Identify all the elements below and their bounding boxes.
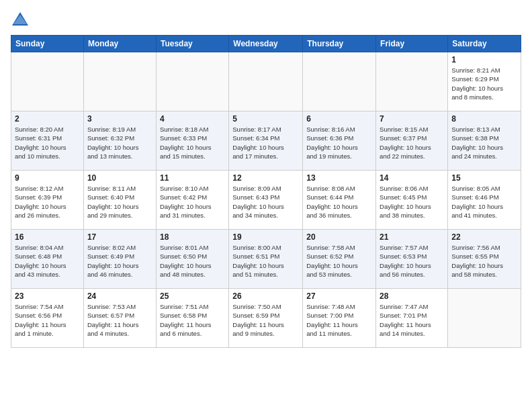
calendar-cell (303, 52, 376, 111)
calendar-cell: 5Sunrise: 8:17 AM Sunset: 6:34 PM Daylig… (229, 111, 303, 171)
calendar-cell: 27Sunrise: 7:48 AM Sunset: 7:00 PM Dayli… (303, 289, 376, 348)
weekday-header-monday: Monday (83, 36, 156, 52)
day-number: 1 (451, 55, 517, 64)
day-info: Sunrise: 8:18 AM Sunset: 6:33 PM Dayligh… (160, 125, 225, 161)
day-info: Sunrise: 7:48 AM Sunset: 7:00 PM Dayligh… (306, 302, 372, 338)
calendar-cell (229, 52, 303, 111)
day-info: Sunrise: 8:16 AM Sunset: 6:36 PM Dayligh… (306, 125, 372, 161)
day-info: Sunrise: 8:13 AM Sunset: 6:38 PM Dayligh… (451, 125, 517, 161)
day-number: 7 (380, 114, 444, 124)
day-number: 21 (380, 232, 444, 242)
calendar: SundayMondayTuesdayWednesdayThursdayFrid… (11, 35, 521, 348)
logo (11, 11, 32, 30)
calendar-cell: 4Sunrise: 8:18 AM Sunset: 6:33 PM Daylig… (156, 111, 228, 171)
calendar-cell (376, 52, 448, 111)
day-info: Sunrise: 8:08 AM Sunset: 6:44 PM Dayligh… (306, 184, 372, 220)
week-row-3: 16Sunrise: 8:04 AM Sunset: 6:48 PM Dayli… (11, 230, 521, 289)
calendar-cell: 18Sunrise: 8:01 AM Sunset: 6:50 PM Dayli… (156, 230, 228, 289)
calendar-cell (11, 52, 84, 111)
day-number: 20 (306, 232, 372, 242)
day-number: 5 (232, 114, 299, 124)
svg-marker-1 (13, 15, 27, 24)
day-number: 26 (232, 291, 299, 301)
day-info: Sunrise: 7:53 AM Sunset: 6:57 PM Dayligh… (87, 302, 152, 338)
calendar-cell (156, 52, 228, 111)
weekday-header-friday: Friday (376, 36, 448, 52)
week-row-0: 1Sunrise: 8:21 AM Sunset: 6:29 PM Daylig… (11, 52, 521, 111)
day-number: 17 (87, 232, 152, 242)
calendar-cell: 17Sunrise: 8:02 AM Sunset: 6:49 PM Dayli… (83, 230, 156, 289)
day-number: 22 (451, 232, 517, 242)
day-number: 24 (87, 291, 152, 301)
day-info: Sunrise: 8:11 AM Sunset: 6:40 PM Dayligh… (87, 184, 152, 220)
calendar-cell: 20Sunrise: 7:58 AM Sunset: 6:52 PM Dayli… (303, 230, 376, 289)
day-number: 13 (306, 173, 372, 183)
day-info: Sunrise: 8:01 AM Sunset: 6:50 PM Dayligh… (160, 243, 225, 279)
calendar-cell: 2Sunrise: 8:20 AM Sunset: 6:31 PM Daylig… (11, 111, 84, 171)
day-number: 11 (160, 173, 225, 183)
weekday-header-sunday: Sunday (11, 36, 84, 52)
calendar-cell: 7Sunrise: 8:15 AM Sunset: 6:37 PM Daylig… (376, 111, 448, 171)
day-info: Sunrise: 8:21 AM Sunset: 6:29 PM Dayligh… (451, 66, 517, 101)
day-number: 18 (160, 232, 225, 242)
day-number: 4 (160, 114, 225, 124)
day-info: Sunrise: 8:00 AM Sunset: 6:51 PM Dayligh… (232, 243, 299, 279)
day-number: 19 (232, 232, 299, 242)
day-number: 2 (15, 114, 80, 124)
day-info: Sunrise: 8:19 AM Sunset: 6:32 PM Dayligh… (87, 125, 152, 161)
calendar-cell: 11Sunrise: 8:10 AM Sunset: 6:42 PM Dayli… (156, 171, 228, 230)
calendar-cell (83, 52, 156, 111)
calendar-cell: 3Sunrise: 8:19 AM Sunset: 6:32 PM Daylig… (83, 111, 156, 171)
day-number: 14 (380, 173, 444, 183)
day-number: 16 (15, 232, 80, 242)
weekday-header-saturday: Saturday (448, 36, 521, 52)
day-number: 28 (380, 291, 444, 301)
day-info: Sunrise: 8:20 AM Sunset: 6:31 PM Dayligh… (15, 125, 80, 161)
calendar-cell: 12Sunrise: 8:09 AM Sunset: 6:43 PM Dayli… (229, 171, 303, 230)
day-info: Sunrise: 7:58 AM Sunset: 6:52 PM Dayligh… (306, 243, 372, 279)
calendar-cell: 22Sunrise: 7:56 AM Sunset: 6:55 PM Dayli… (448, 230, 521, 289)
calendar-cell: 16Sunrise: 8:04 AM Sunset: 6:48 PM Dayli… (11, 230, 84, 289)
weekday-header-row: SundayMondayTuesdayWednesdayThursdayFrid… (11, 36, 521, 52)
day-info: Sunrise: 7:47 AM Sunset: 7:01 PM Dayligh… (380, 302, 444, 338)
day-info: Sunrise: 7:57 AM Sunset: 6:53 PM Dayligh… (380, 243, 444, 279)
weekday-header-thursday: Thursday (303, 36, 376, 52)
week-row-2: 9Sunrise: 8:12 AM Sunset: 6:39 PM Daylig… (11, 171, 521, 230)
calendar-cell: 21Sunrise: 7:57 AM Sunset: 6:53 PM Dayli… (376, 230, 448, 289)
header (11, 11, 521, 30)
calendar-cell: 1Sunrise: 8:21 AM Sunset: 6:29 PM Daylig… (448, 52, 521, 111)
day-number: 12 (232, 173, 299, 183)
day-info: Sunrise: 7:50 AM Sunset: 6:59 PM Dayligh… (232, 302, 299, 338)
day-info: Sunrise: 8:12 AM Sunset: 6:39 PM Dayligh… (15, 184, 80, 220)
calendar-cell: 9Sunrise: 8:12 AM Sunset: 6:39 PM Daylig… (11, 171, 84, 230)
calendar-cell: 15Sunrise: 8:05 AM Sunset: 6:46 PM Dayli… (448, 171, 521, 230)
day-number: 25 (160, 291, 225, 301)
day-info: Sunrise: 8:17 AM Sunset: 6:34 PM Dayligh… (232, 125, 299, 161)
day-info: Sunrise: 8:02 AM Sunset: 6:49 PM Dayligh… (87, 243, 152, 279)
calendar-cell: 24Sunrise: 7:53 AM Sunset: 6:57 PM Dayli… (83, 289, 156, 348)
calendar-cell (448, 289, 521, 348)
day-info: Sunrise: 8:04 AM Sunset: 6:48 PM Dayligh… (15, 243, 80, 279)
day-info: Sunrise: 8:09 AM Sunset: 6:43 PM Dayligh… (232, 184, 299, 220)
weekday-header-tuesday: Tuesday (156, 36, 228, 52)
day-number: 9 (15, 173, 80, 183)
day-info: Sunrise: 7:54 AM Sunset: 6:56 PM Dayligh… (15, 302, 80, 338)
calendar-cell: 6Sunrise: 8:16 AM Sunset: 6:36 PM Daylig… (303, 111, 376, 171)
calendar-cell: 19Sunrise: 8:00 AM Sunset: 6:51 PM Dayli… (229, 230, 303, 289)
calendar-cell: 25Sunrise: 7:51 AM Sunset: 6:58 PM Dayli… (156, 289, 228, 348)
day-info: Sunrise: 7:56 AM Sunset: 6:55 PM Dayligh… (451, 243, 517, 279)
day-info: Sunrise: 8:06 AM Sunset: 6:45 PM Dayligh… (380, 184, 444, 220)
day-info: Sunrise: 8:15 AM Sunset: 6:37 PM Dayligh… (380, 125, 444, 161)
logo-icon (11, 11, 30, 30)
calendar-cell: 26Sunrise: 7:50 AM Sunset: 6:59 PM Dayli… (229, 289, 303, 348)
day-number: 23 (15, 291, 80, 301)
page: SundayMondayTuesdayWednesdayThursdayFrid… (0, 0, 532, 355)
week-row-1: 2Sunrise: 8:20 AM Sunset: 6:31 PM Daylig… (11, 111, 521, 171)
day-number: 27 (306, 291, 372, 301)
calendar-cell: 14Sunrise: 8:06 AM Sunset: 6:45 PM Dayli… (376, 171, 448, 230)
day-info: Sunrise: 8:05 AM Sunset: 6:46 PM Dayligh… (451, 184, 517, 220)
calendar-cell: 28Sunrise: 7:47 AM Sunset: 7:01 PM Dayli… (376, 289, 448, 348)
day-info: Sunrise: 7:51 AM Sunset: 6:58 PM Dayligh… (160, 302, 225, 338)
day-number: 8 (451, 114, 517, 124)
calendar-cell: 13Sunrise: 8:08 AM Sunset: 6:44 PM Dayli… (303, 171, 376, 230)
